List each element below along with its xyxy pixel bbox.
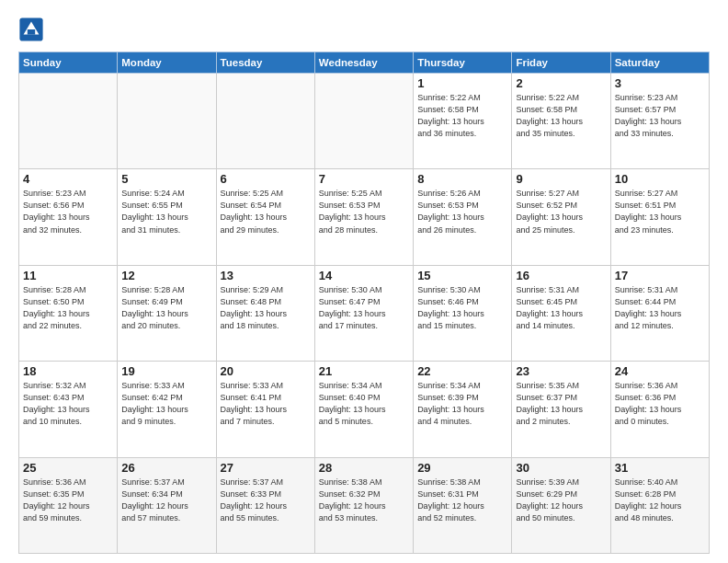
calendar-cell: 5Sunrise: 5:24 AM Sunset: 6:55 PM Daylig… <box>118 169 216 265</box>
day-number: 26 <box>121 461 211 475</box>
cell-info: Sunrise: 5:29 AM Sunset: 6:48 PM Dayligh… <box>221 284 311 332</box>
calendar-cell: 6Sunrise: 5:25 AM Sunset: 6:54 PM Daylig… <box>216 169 314 265</box>
calendar-cell: 17Sunrise: 5:31 AM Sunset: 6:44 PM Dayli… <box>610 265 709 361</box>
cell-info: Sunrise: 5:31 AM Sunset: 6:44 PM Dayligh… <box>615 284 705 332</box>
cell-info: Sunrise: 5:28 AM Sunset: 6:50 PM Dayligh… <box>23 284 113 332</box>
day-number: 17 <box>615 269 705 282</box>
day-number: 12 <box>121 269 211 282</box>
day-number: 1 <box>417 76 507 90</box>
calendar-cell: 16Sunrise: 5:31 AM Sunset: 6:45 PM Dayli… <box>512 265 610 361</box>
calendar-cell <box>216 74 314 169</box>
cell-info: Sunrise: 5:23 AM Sunset: 6:56 PM Dayligh… <box>23 188 113 236</box>
logo-icon <box>18 17 44 42</box>
calendar-cell: 18Sunrise: 5:32 AM Sunset: 6:43 PM Dayli… <box>19 362 118 457</box>
calendar-cell: 21Sunrise: 5:34 AM Sunset: 6:40 PM Dayli… <box>314 362 413 457</box>
calendar-table: SundayMondayTuesdayWednesdayThursdayFrid… <box>18 52 710 554</box>
cell-info: Sunrise: 5:28 AM Sunset: 6:49 PM Dayligh… <box>121 284 211 332</box>
cell-info: Sunrise: 5:38 AM Sunset: 6:31 PM Dayligh… <box>417 477 507 524</box>
calendar-cell: 13Sunrise: 5:29 AM Sunset: 6:48 PM Dayli… <box>216 265 314 361</box>
calendar-cell: 1Sunrise: 5:22 AM Sunset: 6:58 PM Daylig… <box>414 74 512 169</box>
day-number: 13 <box>221 269 311 282</box>
calendar-cell: 26Sunrise: 5:37 AM Sunset: 6:34 PM Dayli… <box>118 457 216 553</box>
calendar-cell: 4Sunrise: 5:23 AM Sunset: 6:56 PM Daylig… <box>19 169 118 265</box>
calendar-cell: 23Sunrise: 5:35 AM Sunset: 6:37 PM Dayli… <box>512 362 610 457</box>
day-number: 29 <box>417 461 507 475</box>
weekday-tuesday: Tuesday <box>216 52 314 74</box>
cell-info: Sunrise: 5:27 AM Sunset: 6:52 PM Dayligh… <box>516 188 606 236</box>
calendar-cell: 25Sunrise: 5:36 AM Sunset: 6:35 PM Dayli… <box>19 457 118 553</box>
calendar-cell: 14Sunrise: 5:30 AM Sunset: 6:47 PM Dayli… <box>314 265 413 361</box>
header <box>18 17 710 42</box>
week-row-5: 25Sunrise: 5:36 AM Sunset: 6:35 PM Dayli… <box>19 457 710 553</box>
calendar-cell: 9Sunrise: 5:27 AM Sunset: 6:52 PM Daylig… <box>512 169 610 265</box>
cell-info: Sunrise: 5:39 AM Sunset: 6:29 PM Dayligh… <box>516 477 606 524</box>
cell-info: Sunrise: 5:25 AM Sunset: 6:53 PM Dayligh… <box>319 188 409 236</box>
day-number: 30 <box>516 461 606 475</box>
cell-info: Sunrise: 5:36 AM Sunset: 6:36 PM Dayligh… <box>615 380 705 428</box>
calendar-cell: 2Sunrise: 5:22 AM Sunset: 6:58 PM Daylig… <box>512 74 610 169</box>
day-number: 8 <box>417 172 507 186</box>
day-number: 14 <box>319 269 409 282</box>
calendar-cell: 27Sunrise: 5:37 AM Sunset: 6:33 PM Dayli… <box>216 457 314 553</box>
cell-info: Sunrise: 5:22 AM Sunset: 6:58 PM Dayligh… <box>417 92 507 140</box>
calendar-cell: 20Sunrise: 5:33 AM Sunset: 6:41 PM Dayli… <box>216 362 314 457</box>
day-number: 9 <box>516 172 606 186</box>
day-number: 19 <box>121 364 211 378</box>
day-number: 7 <box>319 172 409 186</box>
calendar-cell: 8Sunrise: 5:26 AM Sunset: 6:53 PM Daylig… <box>414 169 512 265</box>
weekday-sunday: Sunday <box>19 52 118 74</box>
cell-info: Sunrise: 5:33 AM Sunset: 6:42 PM Dayligh… <box>121 380 211 428</box>
calendar-cell: 19Sunrise: 5:33 AM Sunset: 6:42 PM Dayli… <box>118 362 216 457</box>
weekday-monday: Monday <box>118 52 216 74</box>
weekday-friday: Friday <box>512 52 610 74</box>
calendar-cell: 30Sunrise: 5:39 AM Sunset: 6:29 PM Dayli… <box>512 457 610 553</box>
cell-info: Sunrise: 5:37 AM Sunset: 6:33 PM Dayligh… <box>221 477 311 524</box>
calendar-cell: 24Sunrise: 5:36 AM Sunset: 6:36 PM Dayli… <box>610 362 709 457</box>
calendar-cell: 15Sunrise: 5:30 AM Sunset: 6:46 PM Dayli… <box>414 265 512 361</box>
calendar-cell: 22Sunrise: 5:34 AM Sunset: 6:39 PM Dayli… <box>414 362 512 457</box>
cell-info: Sunrise: 5:23 AM Sunset: 6:57 PM Dayligh… <box>615 92 705 140</box>
day-number: 16 <box>516 269 606 282</box>
weekday-wednesday: Wednesday <box>314 52 413 74</box>
calendar-cell: 28Sunrise: 5:38 AM Sunset: 6:32 PM Dayli… <box>314 457 413 553</box>
cell-info: Sunrise: 5:40 AM Sunset: 6:28 PM Dayligh… <box>615 477 705 524</box>
svg-rect-2 <box>28 29 35 35</box>
day-number: 11 <box>23 269 113 282</box>
cell-info: Sunrise: 5:32 AM Sunset: 6:43 PM Dayligh… <box>23 380 113 428</box>
day-number: 28 <box>319 461 409 475</box>
week-row-3: 11Sunrise: 5:28 AM Sunset: 6:50 PM Dayli… <box>19 265 710 361</box>
cell-info: Sunrise: 5:37 AM Sunset: 6:34 PM Dayligh… <box>121 477 211 524</box>
cell-info: Sunrise: 5:22 AM Sunset: 6:58 PM Dayligh… <box>516 92 606 140</box>
calendar-cell: 29Sunrise: 5:38 AM Sunset: 6:31 PM Dayli… <box>414 457 512 553</box>
calendar-cell <box>19 74 118 169</box>
logo <box>18 17 46 42</box>
calendar-cell <box>118 74 216 169</box>
day-number: 20 <box>221 364 311 378</box>
cell-info: Sunrise: 5:31 AM Sunset: 6:45 PM Dayligh… <box>516 284 606 332</box>
calendar-cell: 7Sunrise: 5:25 AM Sunset: 6:53 PM Daylig… <box>314 169 413 265</box>
day-number: 2 <box>516 76 606 90</box>
weekday-saturday: Saturday <box>610 52 709 74</box>
day-number: 5 <box>121 172 211 186</box>
day-number: 4 <box>23 172 113 186</box>
day-number: 15 <box>417 269 507 282</box>
day-number: 22 <box>417 364 507 378</box>
week-row-1: 1Sunrise: 5:22 AM Sunset: 6:58 PM Daylig… <box>19 74 710 169</box>
calendar-cell: 10Sunrise: 5:27 AM Sunset: 6:51 PM Dayli… <box>610 169 709 265</box>
cell-info: Sunrise: 5:33 AM Sunset: 6:41 PM Dayligh… <box>221 380 311 428</box>
cell-info: Sunrise: 5:34 AM Sunset: 6:40 PM Dayligh… <box>319 380 409 428</box>
calendar-cell: 11Sunrise: 5:28 AM Sunset: 6:50 PM Dayli… <box>19 265 118 361</box>
weekday-header-row: SundayMondayTuesdayWednesdayThursdayFrid… <box>19 52 710 74</box>
day-number: 23 <box>516 364 606 378</box>
week-row-4: 18Sunrise: 5:32 AM Sunset: 6:43 PM Dayli… <box>19 362 710 457</box>
cell-info: Sunrise: 5:26 AM Sunset: 6:53 PM Dayligh… <box>417 188 507 236</box>
cell-info: Sunrise: 5:34 AM Sunset: 6:39 PM Dayligh… <box>417 380 507 428</box>
cell-info: Sunrise: 5:24 AM Sunset: 6:55 PM Dayligh… <box>121 188 211 236</box>
day-number: 6 <box>221 172 311 186</box>
cell-info: Sunrise: 5:38 AM Sunset: 6:32 PM Dayligh… <box>319 477 409 524</box>
cell-info: Sunrise: 5:30 AM Sunset: 6:47 PM Dayligh… <box>319 284 409 332</box>
page: SundayMondayTuesdayWednesdayThursdayFrid… <box>0 0 728 563</box>
day-number: 10 <box>615 172 705 186</box>
cell-info: Sunrise: 5:27 AM Sunset: 6:51 PM Dayligh… <box>615 188 705 236</box>
day-number: 21 <box>319 364 409 378</box>
